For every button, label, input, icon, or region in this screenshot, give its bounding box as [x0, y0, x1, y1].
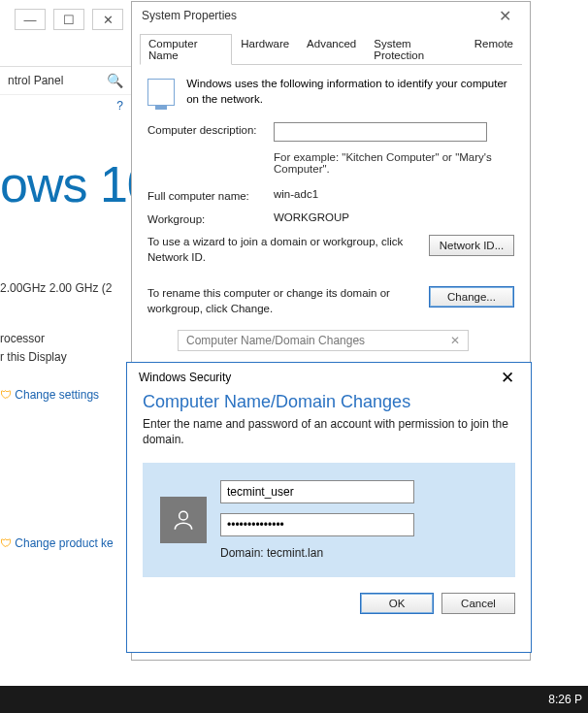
networkid-text: To use a wizard to join a domain or work…: [147, 235, 417, 265]
close-button[interactable]: ✕: [92, 9, 123, 30]
dialog-title: System Properties: [142, 9, 237, 22]
cancel-button[interactable]: Cancel: [441, 593, 515, 614]
username-input[interactable]: [220, 480, 414, 503]
change-settings-link[interactable]: Change settings: [15, 388, 99, 402]
maximize-button[interactable]: ☐: [53, 9, 84, 30]
close-icon[interactable]: ✕: [485, 5, 524, 26]
close-icon[interactable]: ✕: [488, 366, 527, 389]
tab-computer-name[interactable]: Computer Name: [140, 34, 232, 65]
tab-system-protection[interactable]: System Protection: [365, 34, 465, 65]
workgroup-label: Workgroup:: [147, 211, 264, 225]
tab-remote[interactable]: Remote: [466, 34, 522, 65]
shield-icon: 🛡: [0, 388, 12, 402]
password-input[interactable]: [220, 513, 414, 536]
computer-description-input[interactable]: [274, 122, 487, 142]
domain-line: Domain: tecmint.lan: [220, 546, 498, 560]
security-heading: Computer Name/Domain Changes: [143, 392, 515, 412]
processor-label: rocessor: [0, 330, 114, 348]
taskbar[interactable]: 8:26 P: [0, 686, 588, 713]
close-icon[interactable]: ✕: [450, 334, 460, 347]
tab-bar: Computer Name Hardware Advanced System P…: [140, 33, 522, 65]
user-icon: [160, 497, 207, 543]
svg-point-0: [180, 512, 188, 521]
change-text: To rename this computer or change its do…: [147, 286, 417, 316]
tab-advanced[interactable]: Advanced: [298, 34, 365, 65]
display-label: r this Display: [0, 348, 114, 367]
intro-text: Windows uses the following information t…: [186, 77, 514, 107]
windows-security-dialog: Windows Security ✕ Computer Name/Domain …: [126, 362, 532, 653]
description-label: Computer description:: [147, 122, 264, 136]
change-product-key-link[interactable]: Change product ke: [15, 536, 113, 550]
computer-icon: [147, 79, 175, 106]
domain-changes-titlebar: Computer Name/Domain Changes ✕: [178, 330, 469, 351]
security-prompt: Enter the name and password of an accoun…: [143, 416, 515, 447]
clock: 8:26 P: [548, 693, 582, 706]
ok-button[interactable]: OK: [360, 593, 434, 614]
network-id-button[interactable]: Network ID...: [429, 235, 514, 256]
cpu-info: 2.00GHz 2.00 GHz (2: [0, 281, 112, 295]
help-icon[interactable]: ?: [0, 95, 131, 116]
minimize-button[interactable]: —: [15, 9, 46, 30]
change-button[interactable]: Change...: [429, 286, 514, 308]
tab-hardware[interactable]: Hardware: [232, 34, 298, 65]
fullname-value: win-adc1: [274, 188, 318, 200]
shield-icon: 🛡: [0, 536, 12, 550]
workgroup-value: WORKGROUP: [274, 211, 349, 223]
security-dialog-title: Windows Security: [139, 371, 231, 384]
description-hint: For example: "Kitchen Computer" or "Mary…: [274, 151, 514, 175]
fullname-label: Full computer name:: [147, 188, 264, 202]
search-icon[interactable]: 🔍: [107, 73, 123, 88]
breadcrumb: ntrol Panel: [8, 74, 63, 87]
domain-changes-title: Computer Name/Domain Changes: [186, 334, 365, 347]
